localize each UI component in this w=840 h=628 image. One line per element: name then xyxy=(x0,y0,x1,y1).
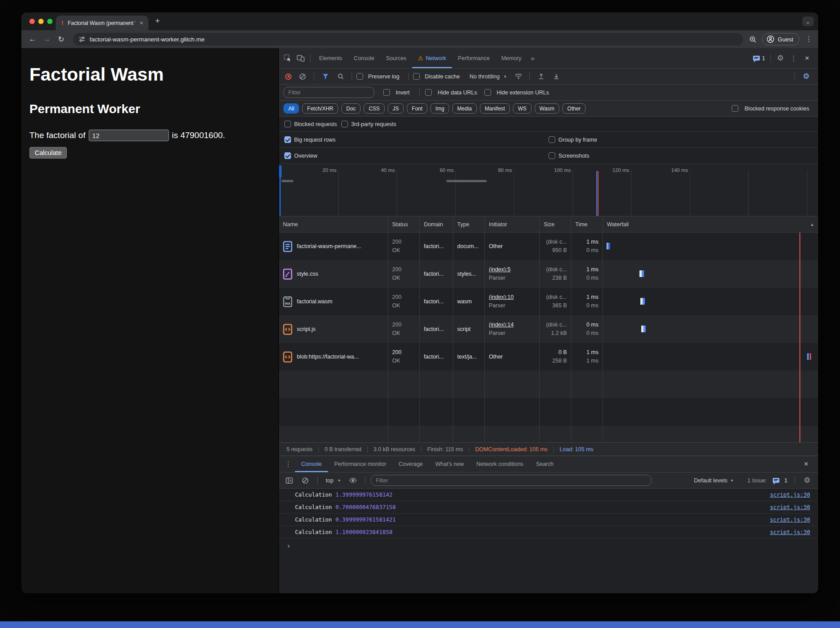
import-har-icon[interactable] xyxy=(534,70,548,83)
tab-memory[interactable]: Memory xyxy=(496,48,527,68)
big-request-rows-checkbox[interactable] xyxy=(284,136,291,143)
third-party-checkbox[interactable] xyxy=(341,121,348,127)
clear-console-icon[interactable] xyxy=(299,474,312,487)
log-levels-select[interactable]: Default levels xyxy=(694,477,727,484)
hide-data-urls-checkbox[interactable] xyxy=(425,89,432,96)
initiator-link[interactable]: (index):10 xyxy=(489,293,535,302)
drawer-tab-search[interactable]: Search xyxy=(530,456,560,472)
zoom-window-button[interactable] xyxy=(47,19,53,24)
issue-label[interactable]: 1 Issue: xyxy=(747,477,767,484)
address-bar[interactable]: factorial-wasm-permanent-worker.glitch.m… xyxy=(73,33,743,45)
drawer-tab-whats-new[interactable]: What's new xyxy=(429,456,470,472)
chip-doc[interactable]: Doc xyxy=(341,103,361,114)
chip-all[interactable]: All xyxy=(283,103,299,114)
tab-network[interactable]: ⚠ Network xyxy=(412,48,452,68)
column-header-size[interactable]: Size xyxy=(540,216,571,232)
record-network-log-button[interactable] xyxy=(285,73,291,80)
initiator-link[interactable]: (index):14 xyxy=(489,321,535,329)
chip-manifest[interactable]: Manifest xyxy=(480,103,510,114)
chip-css[interactable]: CSS xyxy=(364,103,385,114)
new-tab-button[interactable]: + xyxy=(155,16,160,25)
network-conditions-icon[interactable] xyxy=(512,70,525,83)
table-row-document[interactable]: factorial-wasm-permane... 200OK factori.… xyxy=(279,232,818,260)
blocked-requests-checkbox[interactable] xyxy=(284,121,291,127)
issues-icon[interactable] xyxy=(773,478,779,483)
minimize-window-button[interactable] xyxy=(38,19,44,24)
back-button[interactable]: ← xyxy=(27,35,38,44)
drawer-menu-icon[interactable]: ⋮ xyxy=(282,457,295,471)
chip-js[interactable]: JS xyxy=(388,103,404,114)
search-icon[interactable] xyxy=(334,70,347,83)
table-row-blob[interactable]: blob:https://factorial-wa... 200OK facto… xyxy=(279,343,818,371)
chip-fetch-xhr[interactable]: Fetch/XHR xyxy=(302,103,338,114)
console-filter-input[interactable] xyxy=(371,475,652,486)
column-header-type[interactable]: Type xyxy=(453,216,485,232)
group-by-frame-checkbox[interactable] xyxy=(549,136,555,143)
reload-button[interactable]: ↻ xyxy=(55,35,67,44)
hide-extension-urls-checkbox[interactable] xyxy=(484,89,491,96)
source-link[interactable]: script.js:30 xyxy=(770,491,810,498)
chip-media[interactable]: Media xyxy=(452,103,477,114)
console-prompt[interactable]: › xyxy=(279,538,818,550)
devtools-menu-icon[interactable]: ⋮ xyxy=(787,52,800,65)
zoom-page-icon[interactable] xyxy=(749,36,757,43)
chip-img[interactable]: Img xyxy=(430,103,449,114)
tab-sources[interactable]: Sources xyxy=(380,48,412,68)
live-expression-eye-icon[interactable] xyxy=(346,474,360,487)
network-overview-timeline[interactable]: 20 ms 40 ms 60 ms 80 ms 100 ms 120 ms 14… xyxy=(279,164,818,216)
issues-counter-button[interactable]: 1 xyxy=(750,55,768,61)
preserve-log-checkbox[interactable] xyxy=(356,73,363,80)
tab-performance[interactable]: Performance xyxy=(452,48,496,68)
table-row-stylesheet[interactable]: style.css 200OK factori... styles... (in… xyxy=(279,260,818,288)
source-link[interactable]: script.js:30 xyxy=(770,516,810,523)
tab-elements[interactable]: Elements xyxy=(313,48,348,68)
tab-close-icon[interactable]: × xyxy=(139,20,144,26)
tab-console[interactable]: Console xyxy=(348,48,380,68)
invert-checkbox[interactable] xyxy=(383,89,390,96)
console-settings-icon[interactable]: ⚙ xyxy=(800,474,814,487)
devtools-settings-icon[interactable]: ⚙ xyxy=(774,52,787,65)
disable-cache-checkbox[interactable] xyxy=(413,73,420,80)
devtools-close-icon[interactable]: × xyxy=(800,52,814,65)
table-row-wasm[interactable]: WA factorial.wasm 200OK factori... wasm … xyxy=(279,288,818,315)
drawer-tab-network-conditions[interactable]: Network conditions xyxy=(470,456,530,472)
clear-network-log-icon[interactable] xyxy=(296,70,309,83)
filter-funnel-icon[interactable] xyxy=(319,70,332,83)
factorial-input[interactable] xyxy=(89,130,169,141)
browser-menu-button[interactable]: ⋮ xyxy=(805,35,813,43)
drawer-tab-performance-monitor[interactable]: Performance monitor xyxy=(328,456,393,472)
source-link[interactable]: script.js:30 xyxy=(770,529,810,535)
source-link[interactable]: script.js:30 xyxy=(770,504,810,510)
overview-range-handle[interactable] xyxy=(279,165,282,178)
tab-search-button[interactable]: ⌄ xyxy=(802,16,814,26)
column-header-waterfall[interactable]: Waterfall ▲ xyxy=(603,216,818,232)
overview-checkbox[interactable] xyxy=(284,152,291,159)
drawer-close-icon[interactable]: × xyxy=(799,457,813,471)
column-header-time[interactable]: Time xyxy=(571,216,603,232)
throttling-select[interactable]: No throttling xyxy=(470,73,500,80)
site-settings-icon[interactable] xyxy=(78,36,86,43)
forward-button[interactable]: → xyxy=(41,35,53,44)
column-header-status[interactable]: Status xyxy=(388,216,420,232)
column-header-initiator[interactable]: Initiator xyxy=(485,216,540,232)
screenshots-checkbox[interactable] xyxy=(549,152,555,159)
execution-context-select[interactable]: top xyxy=(326,477,333,484)
drawer-tab-console[interactable]: Console xyxy=(295,456,328,472)
chip-font[interactable]: Font xyxy=(407,103,427,114)
network-settings-icon[interactable]: ⚙ xyxy=(799,70,813,83)
column-header-name[interactable]: Name xyxy=(279,216,388,232)
blocked-response-cookies-checkbox[interactable] xyxy=(732,105,738,112)
profile-button[interactable]: Guest xyxy=(762,33,799,45)
network-filter-input[interactable] xyxy=(283,87,374,98)
console-sidebar-icon[interactable] xyxy=(283,474,296,487)
export-har-icon[interactable] xyxy=(549,70,563,83)
chip-ws[interactable]: WS xyxy=(513,103,531,114)
chip-wasm[interactable]: Wasm xyxy=(535,103,560,114)
more-tabs-button[interactable]: » xyxy=(527,54,538,62)
close-window-button[interactable] xyxy=(29,19,35,24)
drawer-tab-coverage[interactable]: Coverage xyxy=(393,456,429,472)
inspect-element-icon[interactable] xyxy=(281,52,294,65)
chip-other[interactable]: Other xyxy=(562,103,586,114)
column-header-domain[interactable]: Domain xyxy=(420,216,453,232)
initiator-link[interactable]: (index):5 xyxy=(489,265,535,274)
